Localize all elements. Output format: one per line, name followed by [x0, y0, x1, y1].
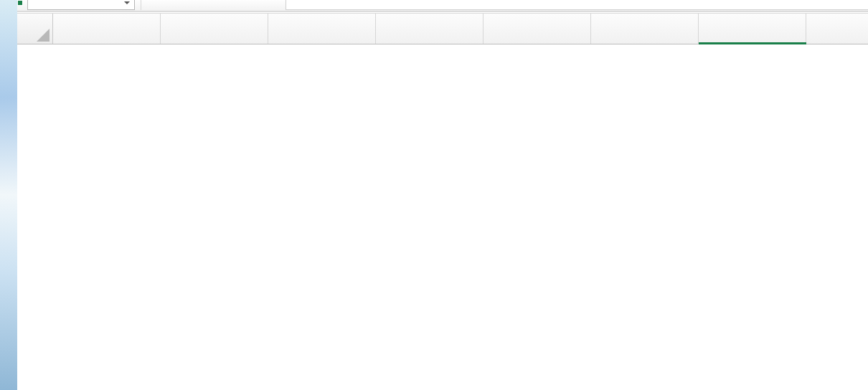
- column-header-G[interactable]: [699, 14, 806, 44]
- fill-handle[interactable]: [17, 0, 23, 6]
- column-headers: [17, 13, 868, 44]
- name-box[interactable]: [27, 0, 135, 10]
- desktop-background-strip: [0, 0, 17, 390]
- formula-bar-controls: [148, 0, 277, 9]
- column-header-D[interactable]: [376, 14, 483, 44]
- column-header-F[interactable]: [591, 14, 699, 44]
- column-header-E[interactable]: [483, 14, 591, 44]
- select-all-corner[interactable]: [17, 14, 53, 44]
- chevron-down-icon: [123, 0, 131, 6]
- select-all-triangle-icon: [35, 27, 49, 42]
- column-header-B[interactable]: [161, 14, 268, 44]
- name-box-dropdown[interactable]: [121, 0, 133, 8]
- grid-rows: [17, 44, 868, 390]
- formula-bar[interactable]: [286, 0, 868, 10]
- column-header-H[interactable]: [806, 14, 868, 44]
- column-header-C[interactable]: [268, 14, 376, 44]
- spreadsheet-window: [17, 0, 868, 390]
- column-header-A[interactable]: [53, 14, 161, 44]
- toolbar-separator: [141, 0, 141, 10]
- toolbar-fragment: [17, 0, 868, 11]
